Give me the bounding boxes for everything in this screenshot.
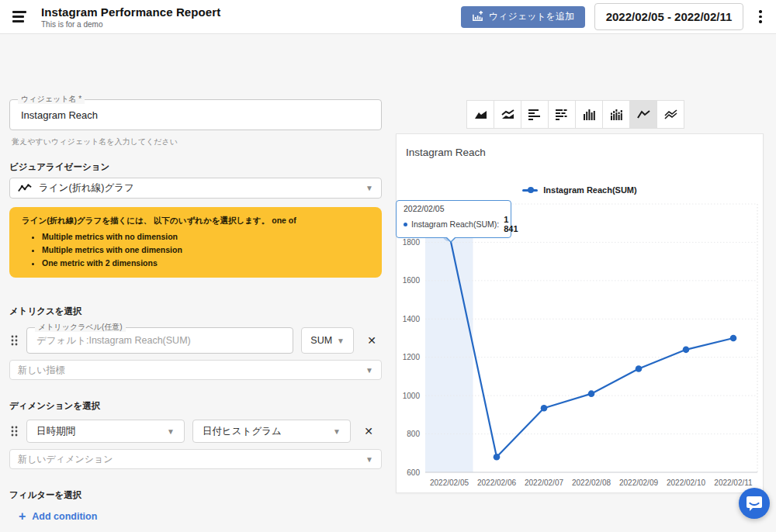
- chart-type-toolbar: [466, 100, 684, 129]
- svg-text:1400: 1400: [403, 315, 421, 323]
- drag-handle-icon[interactable]: [9, 426, 19, 437]
- chevron-down-icon: ▼: [337, 337, 345, 345]
- chat-bubble-icon: [747, 496, 762, 511]
- line-chart-icon[interactable]: [629, 100, 657, 129]
- report-subtitle: This is for a demo: [41, 20, 220, 29]
- warning-option: One metric with 2 dimensions: [42, 258, 369, 268]
- chevron-down-icon: ▼: [365, 366, 373, 375]
- dimension-select[interactable]: 日時期間 ▼: [26, 420, 185, 443]
- dimension-value: 日時期間: [36, 425, 75, 438]
- visualization-warning-box: ライン(折れ線)グラフを描くには、 以下のいずれかを選択します。 one of …: [9, 207, 382, 278]
- svg-text:800: 800: [407, 430, 420, 438]
- svg-text:1000: 1000: [403, 392, 421, 400]
- widget-config-panel: ウィジェット名 * Instagram Reach 覚えやすいウィジェット名を入…: [9, 34, 382, 532]
- svg-text:2022/02/09: 2022/02/09: [619, 478, 658, 487]
- add-widget-button[interactable]: ウィジェットを追加: [461, 6, 585, 28]
- metric-row: メトリックラベル(任意) デフォルト:Instagram Reach(SUM) …: [9, 327, 382, 354]
- new-metric-placeholder: 新しい指標: [18, 364, 65, 377]
- horizontal-bar-chart-icon[interactable]: [521, 100, 549, 129]
- visualization-section-label: ビジュアライゼーション: [9, 161, 382, 173]
- dimension-granularity-select[interactable]: 日付ヒストグラム ▼: [192, 420, 351, 443]
- tooltip-value: 1 841: [504, 215, 518, 233]
- warning-option-list: Multiple metrics with no dimension Multi…: [42, 232, 369, 268]
- line-chart-plot[interactable]: 6008001000120014001600180020002022/02/05…: [397, 134, 764, 494]
- menu-icon[interactable]: [12, 11, 28, 22]
- tooltip-series-dot-icon: [404, 223, 407, 226]
- app-header: Instagram Performance Repoert This is fo…: [0, 0, 776, 34]
- svg-text:2022/02/08: 2022/02/08: [572, 478, 611, 487]
- area-chart-icon[interactable]: [466, 100, 494, 129]
- svg-text:1600: 1600: [403, 276, 421, 285]
- svg-text:2022/02/07: 2022/02/07: [525, 478, 563, 487]
- plus-icon: +: [19, 512, 26, 521]
- chevron-down-icon: ▼: [365, 184, 373, 192]
- add-condition-button[interactable]: + Add condition: [19, 511, 97, 522]
- tooltip-date: 2022/02/05: [404, 204, 504, 213]
- date-range-picker[interactable]: 2022/02/05 - 2022/02/11: [594, 3, 743, 30]
- report-title-block: Instagram Performance Repoert This is fo…: [41, 5, 220, 29]
- drag-handle-icon[interactable]: [9, 335, 19, 346]
- stacked-column-chart-icon[interactable]: [602, 100, 630, 129]
- line-chart-icon: [18, 184, 32, 193]
- svg-text:2022/02/06: 2022/02/06: [477, 478, 516, 487]
- chart-tooltip: 2022/02/05 Instagram Reach(SUM): 1 841: [396, 200, 511, 238]
- metrics-section-label: メトリクスを選択: [9, 306, 382, 317]
- column-chart-icon[interactable]: [575, 100, 603, 129]
- dimension-row: 日時期間 ▼ 日付ヒストグラム ▼ ✕: [9, 420, 382, 443]
- tooltip-series-label: Instagram Reach(SUM):: [411, 219, 499, 229]
- stacked-line-chart-icon[interactable]: [656, 100, 684, 129]
- warning-title: ライン(折れ線)グラフを描くには、 以下のいずれかを選択します。 one of: [22, 216, 369, 226]
- dimension-granularity-value: 日付ヒストグラム: [203, 425, 282, 438]
- stacked-horizontal-bar-chart-icon[interactable]: [548, 100, 576, 129]
- aggregation-value: SUM: [310, 335, 332, 346]
- svg-text:2022/02/11: 2022/02/11: [714, 478, 753, 487]
- aggregation-select[interactable]: SUM ▼: [301, 327, 354, 354]
- date-range-value: 2022/02/05 - 2022/02/11: [606, 10, 733, 23]
- add-condition-label: Add condition: [32, 511, 97, 522]
- widget-name-field[interactable]: ウィジェット名 * Instagram Reach: [9, 99, 382, 130]
- visualization-select[interactable]: ライン(折れ線)グラフ ▼: [9, 178, 382, 199]
- widget-name-field-label: ウィジェット名 *: [18, 95, 85, 104]
- metric-label-placeholder: デフォルト:Instagram Reach(SUM): [27, 334, 191, 347]
- report-title: Instagram Performance Repoert: [41, 5, 220, 19]
- svg-text:1200: 1200: [403, 353, 421, 361]
- visualization-selected-value: ライン(折れ線)グラフ: [39, 181, 134, 195]
- warning-option: Multiple metrics with no dimension: [42, 232, 369, 241]
- dimensions-section-label: ディメンションを選択: [9, 400, 382, 412]
- chart-preview-card: Instagram Reach Instagram Reach(SUM) 600…: [396, 133, 764, 493]
- chevron-down-icon: ▼: [365, 455, 373, 464]
- remove-dimension-icon[interactable]: ✕: [362, 425, 376, 437]
- chevron-down-icon: ▼: [167, 427, 175, 436]
- chat-launcher-button[interactable]: [739, 488, 770, 519]
- widget-name-value: Instagram Reach: [10, 109, 98, 121]
- svg-text:2022/02/10: 2022/02/10: [667, 478, 705, 487]
- remove-metric-icon[interactable]: ✕: [365, 334, 379, 347]
- new-dimension-placeholder: 新しいディメンション: [18, 453, 113, 466]
- metric-label-field[interactable]: メトリックラベル(任意) デフォルト:Instagram Reach(SUM): [26, 327, 293, 354]
- chevron-down-icon: ▼: [333, 427, 341, 436]
- warning-option: Multiple metrics with one dimension: [42, 245, 369, 254]
- svg-text:2022/02/05: 2022/02/05: [430, 478, 469, 487]
- stacked-area-chart-icon[interactable]: [494, 100, 521, 129]
- new-dimension-select[interactable]: 新しいディメンション ▼: [9, 449, 382, 469]
- add-widget-label: ウィジェットを追加: [489, 10, 574, 23]
- more-options-icon[interactable]: [751, 10, 770, 22]
- widget-editor-page: Instagram Performance Repoert This is fo…: [0, 0, 776, 532]
- widget-name-hint: 覚えやすいウィジェット名を入力してください: [12, 136, 382, 147]
- svg-text:1800: 1800: [403, 238, 421, 247]
- svg-text:600: 600: [407, 468, 420, 477]
- new-metric-select[interactable]: 新しい指標 ▼: [9, 360, 382, 380]
- metric-label-field-label: メトリックラベル(任意): [35, 323, 126, 332]
- filters-section-label: フィルターを選択: [9, 489, 382, 501]
- add-widget-icon: [472, 11, 483, 22]
